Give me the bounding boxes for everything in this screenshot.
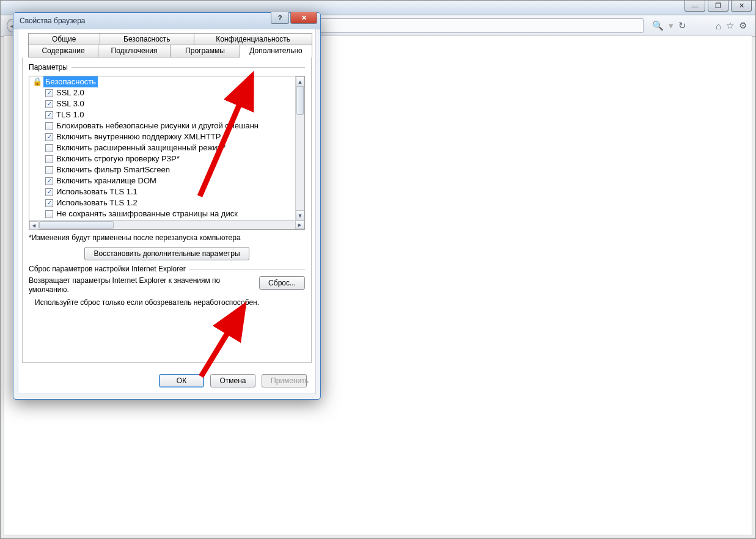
tree-item[interactable]: Не сохранять зашифрованные страницы на д… — [29, 208, 296, 219]
tree-item[interactable]: Включить хранилище DOM — [29, 175, 296, 186]
dialog-close-button[interactable]: ✕ — [290, 12, 317, 24]
tree-item[interactable]: SSL 3.0 — [29, 98, 296, 109]
checkbox[interactable] — [45, 188, 53, 196]
checkbox[interactable] — [45, 111, 53, 119]
checkbox[interactable] — [45, 122, 53, 130]
tree-item[interactable]: TLS 1.0 — [29, 109, 296, 120]
tree-category-security[interactable]: 🔒Безопасность — [29, 76, 296, 87]
apply-button[interactable]: Применить — [262, 374, 307, 387]
search-icon[interactable]: 🔍 — [652, 20, 664, 31]
tree-item-label: Использовать TLS 1.1 — [56, 186, 138, 197]
scroll-down-button[interactable]: ▼ — [296, 210, 304, 221]
scroll-thumb[interactable] — [296, 86, 304, 115]
scroll-right-button[interactable]: ► — [295, 221, 304, 229]
vertical-scrollbar[interactable]: ▲ ▼ — [295, 76, 304, 221]
tree-item-label: Использовать TLS 1.2 — [56, 197, 138, 208]
reset-group: Сброс параметров настройки Internet Expl… — [29, 265, 305, 307]
tab-privacy[interactable]: Конфиденциальность — [194, 33, 312, 45]
tree-item[interactable]: Блокировать небезопасные рисунки и друго… — [29, 120, 296, 131]
checkbox[interactable] — [45, 144, 53, 152]
checkbox[interactable] — [45, 89, 53, 97]
tree-item-label: SSL 2.0 — [56, 87, 84, 98]
lock-icon: 🔒 — [32, 77, 42, 87]
checkbox[interactable] — [45, 210, 53, 218]
restart-note: *Изменения будут применены после перезап… — [29, 233, 305, 242]
refresh-icon[interactable]: ↻ — [678, 20, 686, 31]
tab-advanced[interactable]: Дополнительно — [240, 45, 312, 57]
favorites-icon[interactable]: ☆ — [726, 20, 734, 31]
tab-security[interactable]: Безопасность — [100, 33, 195, 45]
restore-advanced-button[interactable]: Восстановить дополнительные параметры — [84, 247, 249, 260]
checkbox[interactable] — [45, 100, 53, 108]
tree-item-label: Блокировать небезопасные рисунки и друго… — [56, 120, 259, 131]
ok-button[interactable]: ОК — [159, 374, 204, 387]
tab-row-bottom: Содержание Подключения Программы Дополни… — [22, 45, 312, 57]
dialog-body: Общие Безопасность Конфиденциальность Со… — [18, 29, 316, 394]
checkbox[interactable] — [45, 155, 53, 163]
checkbox[interactable] — [45, 199, 53, 207]
tab-general[interactable]: Общие — [28, 33, 100, 45]
window-minimize-button[interactable]: — — [684, 1, 705, 12]
window-close-button[interactable]: ✕ — [731, 1, 752, 12]
settings-group: Параметры 🔒БезопасностьSSL 2.0SSL 3.0TLS… — [29, 64, 305, 260]
checkbox[interactable] — [45, 133, 53, 141]
reset-group-label: Сброс параметров настройки Internet Expl… — [29, 265, 189, 273]
tree-item-label: Не сохранять зашифрованные страницы на д… — [56, 208, 238, 219]
tree-item[interactable]: Использовать TLS 1.2 — [29, 197, 296, 208]
cancel-button[interactable]: Отмена — [210, 374, 255, 387]
scroll-left-button[interactable]: ◄ — [29, 221, 39, 230]
tree-item-label: Включить внутреннюю поддержку XMLHTTP — [56, 131, 221, 142]
desktop-screen: — ❐ ✕ ◄ ► 🔍 ▾ ↻ ⌂ ☆ ⚙ Свойства браузера … — [0, 0, 756, 539]
dialog-title: Свойства браузера — [20, 16, 86, 25]
tree-item[interactable]: Включить расширенный защищенный режим* — [29, 142, 296, 153]
tab-connections[interactable]: Подключения — [98, 45, 171, 57]
tree-item-label: Включить хранилище DOM — [56, 175, 156, 186]
tab-content[interactable]: Содержание — [28, 45, 98, 57]
reset-warning: Используйте сброс только если обозревате… — [29, 298, 305, 307]
tree-item-label: Включить фильтр SmartScreen — [56, 164, 170, 175]
tree-item[interactable]: Использовать TLS 1.1 — [29, 186, 296, 197]
reset-button[interactable]: Сброс... — [259, 276, 305, 290]
tree-item-label: SSL 3.0 — [56, 98, 84, 109]
tree-item[interactable]: Включить внутреннюю поддержку XMLHTTP — [29, 131, 296, 142]
dialog-help-button[interactable]: ? — [271, 12, 289, 24]
tree-category-label: Безопасность — [43, 76, 98, 87]
dialog-titlebar[interactable]: Свойства браузера ? ✕ — [13, 13, 320, 29]
tab-programs[interactable]: Программы — [170, 45, 240, 57]
checkbox[interactable] — [45, 166, 53, 174]
window-maximize-button[interactable]: ❐ — [708, 1, 728, 12]
tree-item[interactable]: Включить строгую проверку P3P* — [29, 153, 296, 164]
internet-options-dialog: Свойства браузера ? ✕ Общие Безопасность… — [13, 12, 321, 400]
tree-item-label: TLS 1.0 — [56, 109, 84, 120]
tab-row-top: Общие Безопасность Конфиденциальность — [22, 33, 312, 45]
horizontal-scrollbar[interactable]: ◄ ► — [29, 220, 304, 229]
settings-tree[interactable]: 🔒БезопасностьSSL 2.0SSL 3.0TLS 1.0Блокир… — [29, 76, 305, 230]
hscroll-thumb[interactable] — [39, 221, 114, 229]
scroll-up-button[interactable]: ▲ — [296, 76, 304, 87]
tree-item[interactable]: Включить фильтр SmartScreen — [29, 164, 296, 175]
tools-gear-icon[interactable]: ⚙ — [739, 20, 747, 31]
tree-item-label: Включить расширенный защищенный режим* — [56, 142, 226, 153]
checkbox[interactable] — [45, 177, 53, 185]
tree-item-label: Включить строгую проверку P3P* — [56, 153, 180, 164]
reset-description: Возвращает параметры Internet Explorer к… — [29, 276, 254, 295]
settings-group-label: Параметры — [29, 63, 72, 72]
home-icon[interactable]: ⌂ — [716, 21, 721, 31]
tree-item[interactable]: SSL 2.0 — [29, 87, 296, 98]
